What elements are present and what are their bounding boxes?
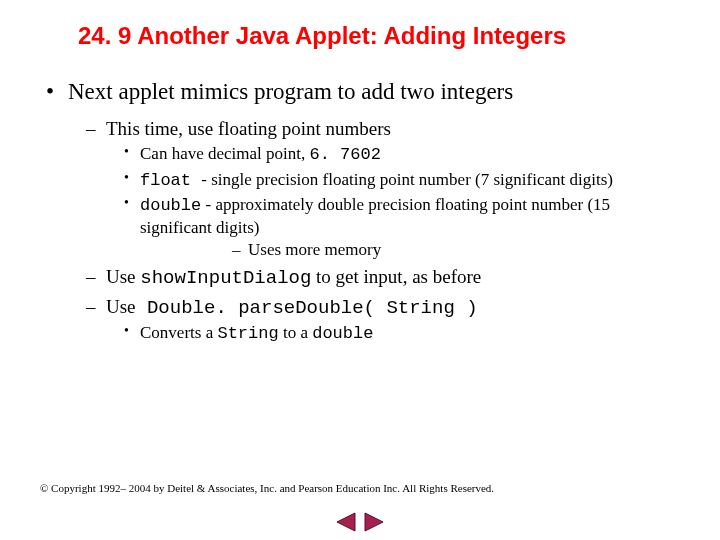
l2a-text: This time, use floating point numbers [106,118,391,139]
l2c-l3a-mid: to a [279,323,313,342]
next-icon [363,512,385,532]
prev-button[interactable] [335,512,361,529]
l2-item: Use Double. parseDouble( String ) Conver… [82,295,680,346]
l3c-post: - approximately double precision floatin… [140,195,610,237]
l3-item: double - approximately double precision … [120,194,680,261]
l2c-pre: Use [106,296,136,317]
bullet-list-l3: Converts a String to a double [106,322,680,345]
l2b-post: to get input, as before [311,266,481,287]
l1-text: Next applet mimics program to add two in… [68,79,513,104]
l2b-code: showInputDialog [140,267,311,289]
l2b-pre: Use [106,266,140,287]
l2-item: Use showInputDialog to get input, as bef… [82,265,680,291]
l3-item: Converts a String to a double [120,322,680,345]
bullet-list-l2: This time, use floating point numbers Ca… [68,117,680,346]
bullet-list-l1: Next applet mimics program to add two in… [40,78,680,345]
l3b-post: - single precision floating point number… [201,170,613,189]
nav-controls [0,512,720,532]
bullet-list-l3: Can have decimal point, 6. 7602 float - … [106,143,680,260]
l3c-code: double [140,196,201,215]
l2-item: This time, use floating point numbers Ca… [82,117,680,261]
l2c-l3a-pre: Converts a [140,323,217,342]
svg-marker-0 [337,513,355,531]
slide: 24. 9 Another Java Applet: Adding Intege… [0,0,720,540]
next-button[interactable] [363,512,385,529]
l2c-l3a-code2: double [312,324,373,343]
l4-item: Uses more memory [230,239,680,261]
l3a-code: 6. 7602 [309,145,380,164]
copyright-footer: © Copyright 1992– 2004 by Deitel & Assoc… [40,482,494,494]
bullet-list-l4: Uses more memory [140,239,680,261]
l3b-code: float [140,171,201,190]
svg-marker-1 [365,513,383,531]
l3-item: Can have decimal point, 6. 7602 [120,143,680,166]
slide-title: 24. 9 Another Java Applet: Adding Intege… [78,22,680,50]
l3a-pre: Can have decimal point, [140,144,309,163]
l2c-code: Double. parseDouble( String ) [136,297,478,319]
prev-icon [335,512,357,532]
l1-item: Next applet mimics program to add two in… [40,78,680,345]
l3-item: float - single precision floating point … [120,169,680,192]
l4a-text: Uses more memory [248,240,381,259]
l2c-l3a-code1: String [217,324,278,343]
